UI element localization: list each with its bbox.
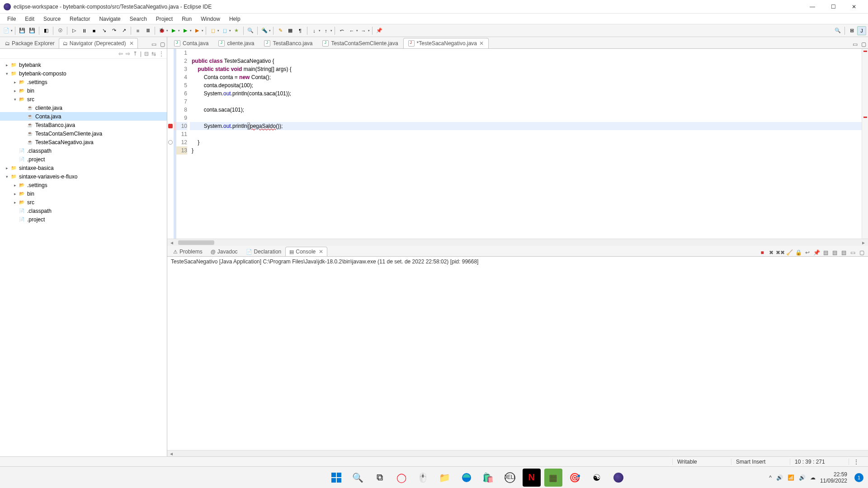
tree-item--classpath[interactable]: 📄.classpath	[0, 146, 167, 155]
toggle-breadcrumb-button[interactable]: ◧	[42, 26, 51, 35]
code-line-4[interactable]: Conta conta = new Conta();	[190, 73, 862, 81]
code-line-9[interactable]	[190, 114, 862, 122]
scroll-lock-icon[interactable]: 🔒	[795, 249, 802, 256]
bottom-tab-declaration[interactable]: 📄Declaration	[242, 247, 286, 256]
tree-item--settings[interactable]: ▸📂.settings	[0, 181, 167, 189]
menu-edit[interactable]: Edit	[20, 14, 39, 23]
menu-project[interactable]: Project	[151, 14, 177, 23]
editor-body[interactable]: 12345678910111213 public class TesteSaca…	[167, 49, 868, 239]
indent-button-2[interactable]: ≣	[143, 26, 152, 35]
terminate-icon[interactable]: ■	[759, 249, 766, 256]
overview-ruler[interactable]	[862, 49, 868, 239]
view-minimize-button[interactable]: ▭	[150, 40, 158, 48]
taskbar-app-icon-2[interactable]: 🎯	[566, 469, 584, 487]
taskbar-search-button[interactable]: 🔍	[349, 469, 367, 487]
tray-notification-badge[interactable]: 1	[854, 473, 863, 482]
window-maximize-button[interactable]: ☐	[823, 0, 844, 14]
link-editor-icon[interactable]: ⇆	[151, 51, 156, 57]
menu-run[interactable]: Run	[177, 14, 196, 23]
open-type-button[interactable]: 🔍	[246, 26, 255, 35]
taskbar-eclipse-icon[interactable]	[609, 469, 627, 487]
system-tray[interactable]: ^ 🔊 📶 🔊 ☁ 22:59 11/09/2022 1	[769, 471, 863, 484]
window-minimize-button[interactable]: —	[802, 0, 823, 14]
tree-item-cliente-java[interactable]: ☕cliente.java	[0, 103, 167, 112]
expander-icon[interactable]: ▸	[12, 192, 18, 196]
back-button[interactable]: ←	[347, 26, 356, 35]
step-return-button[interactable]: ↗	[119, 26, 128, 35]
menu-navigate[interactable]: Navigate	[94, 14, 125, 23]
tray-chevron-icon[interactable]: ^	[769, 474, 772, 481]
word-wrap-icon[interactable]: ↩	[804, 249, 811, 256]
taskbar-explorer-icon[interactable]: 📁	[436, 469, 454, 487]
expander-icon[interactable]: ▾	[4, 174, 10, 179]
bottom-tab-problems[interactable]: ⚠Problems	[169, 247, 207, 256]
tree-item-bytebank[interactable]: ▸📁bytebank	[0, 61, 167, 69]
tree-item--project[interactable]: 📄.project	[0, 215, 167, 224]
expander-icon[interactable]: ▾	[12, 97, 18, 102]
collapse-all-icon[interactable]: ⊟	[144, 51, 149, 57]
up-icon[interactable]: ⤒	[133, 51, 137, 57]
menu-help[interactable]: Help	[225, 14, 245, 23]
pin-editor-button[interactable]: 📌	[375, 26, 384, 35]
menu-file[interactable]: File	[3, 14, 20, 23]
window-close-button[interactable]: ✕	[844, 0, 864, 14]
menu-source[interactable]: Source	[39, 14, 65, 23]
menu-refactor[interactable]: Refactor	[65, 14, 94, 23]
editor-tab-cliente-java[interactable]: cliente.java	[213, 38, 259, 48]
pin-console-icon[interactable]: 📌	[813, 249, 820, 256]
tree-item-src[interactable]: ▸📂src	[0, 198, 167, 206]
code-line-11[interactable]	[190, 130, 862, 138]
tree-item-testacontasemcliente-java[interactable]: ☕TestaContaSemCliente.java	[0, 129, 167, 138]
step-over-button[interactable]: ↷	[109, 26, 118, 35]
save-button[interactable]: 💾	[18, 26, 27, 35]
new-class-button[interactable]: ⎕	[220, 26, 229, 35]
taskbar-netflix-icon[interactable]: N	[523, 469, 541, 487]
forward-icon[interactable]: ⇨	[126, 51, 130, 57]
code-line-10[interactable]: System.out.println(pegaSaldo());	[190, 122, 862, 130]
menu-window[interactable]: Window	[196, 14, 225, 23]
expander-icon[interactable]: ▸	[12, 183, 18, 188]
java-perspective-button[interactable]: J	[857, 26, 866, 35]
tree-item-bytebank-composto[interactable]: ▾📁bytebank-composto	[0, 69, 167, 78]
editor-maximize-button[interactable]: ▢	[859, 40, 868, 48]
tree-item-sintaxe-variaveis-e-fluxo[interactable]: ▾📁sintaxe-variaveis-e-fluxo	[0, 172, 167, 181]
editor-minimize-button[interactable]: ▭	[851, 40, 859, 48]
code-line-3[interactable]: public static void main(String[] args) {	[190, 65, 862, 73]
expander-icon[interactable]: ▸	[12, 200, 18, 205]
taskbar-dell-icon[interactable]: DELL	[501, 469, 519, 487]
quick-access-button[interactable]: 🔍	[833, 26, 842, 35]
taskbar-minecraft-icon[interactable]: ▦	[544, 469, 562, 487]
max-btn[interactable]: ▢	[858, 249, 865, 256]
expander-icon[interactable]: ▸	[4, 63, 10, 67]
editor-tab-conta-java[interactable]: Conta.java	[169, 38, 213, 48]
taskbar-app-icon-1[interactable]: 🖱️	[414, 469, 432, 487]
open-console-icon[interactable]: ▤	[831, 249, 838, 256]
taskbar-taskview-button[interactable]: ⧉	[371, 469, 389, 487]
clear-console-icon[interactable]: 🧹	[786, 249, 793, 256]
debug-button[interactable]: 🐞	[157, 26, 166, 35]
code-text-area[interactable]: public class TesteSacaNegativo { public …	[190, 49, 862, 239]
indent-button-1[interactable]: ≡	[133, 26, 142, 35]
new-package-button[interactable]: ⎕	[208, 26, 217, 35]
search-button[interactable]: 🔦	[260, 26, 269, 35]
tray-volume-icon-2[interactable]: 🔊	[799, 474, 806, 481]
code-line-5[interactable]: conta.deposita(100);	[190, 81, 862, 89]
step-into-button[interactable]: ↘	[99, 26, 108, 35]
expander-icon[interactable]: ▾	[4, 71, 10, 76]
save-all-button[interactable]: 💾	[28, 26, 37, 35]
bottom-tab-console[interactable]: ▤Console✕	[285, 247, 327, 256]
next-annotation-button[interactable]: ↓	[310, 26, 319, 35]
resume-button[interactable]: ▷	[70, 26, 79, 35]
remove-launch-icon[interactable]: ✖	[768, 249, 775, 256]
run-last-button[interactable]: ▶	[193, 26, 202, 35]
taskbar-app-icon-3[interactable]: ☯	[588, 469, 606, 487]
taskbar-opera-icon[interactable]: ◯	[392, 469, 410, 487]
toggle-mark-button[interactable]: ✎	[276, 26, 285, 35]
view-menu-icon[interactable]: ⋮	[159, 51, 164, 57]
tree-item-bin[interactable]: ▸📂bin	[0, 189, 167, 198]
code-line-2[interactable]: public class TesteSacaNegativo {	[190, 57, 862, 65]
tree-item--settings[interactable]: ▸📂.settings	[0, 78, 167, 86]
view-maximize-button[interactable]: ▢	[158, 40, 167, 48]
open-perspective-button[interactable]: ⊞	[847, 26, 856, 35]
tree-item-conta-java[interactable]: ☕Conta.java	[0, 112, 167, 121]
